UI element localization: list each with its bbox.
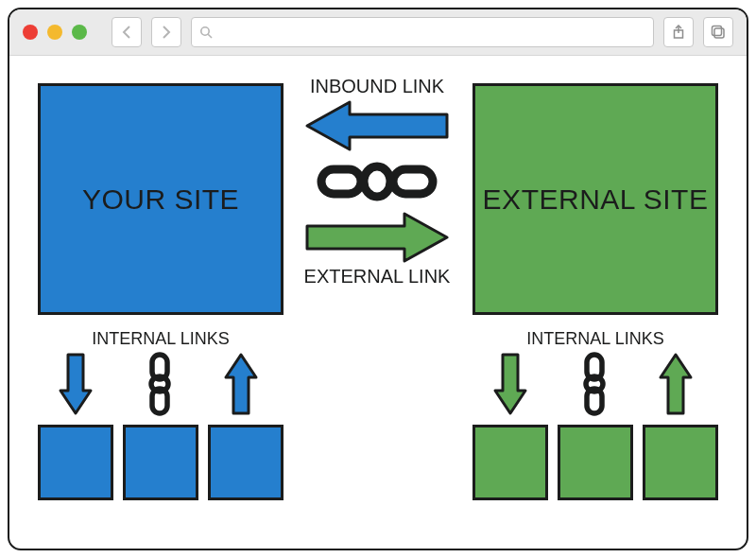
svg-rect-5 [713, 26, 722, 36]
share-button[interactable] [663, 17, 694, 47]
your-site-subpage-box [208, 425, 284, 500]
inbound-link-label: INBOUND LINK [298, 76, 456, 97]
chain-small-icon [578, 351, 610, 417]
tabs-button[interactable] [703, 17, 733, 47]
browser-window: YOUR SITE EXTERNAL SITE INBOUND LINK [8, 8, 748, 550]
address-bar[interactable] [191, 17, 654, 47]
external-site-box: EXTERNAL SITE [472, 83, 718, 315]
your-site-subpage-box [38, 425, 113, 500]
external-site-subpage-box [558, 425, 633, 500]
back-button[interactable] [112, 17, 142, 47]
external-site-internal-group: INTERNAL LINKS [472, 329, 718, 500]
svg-marker-6 [307, 102, 447, 149]
svg-point-19 [586, 376, 603, 392]
minimize-icon[interactable] [47, 25, 62, 40]
link-arrows-group: INBOUND LINK EXTERNAL LINK [298, 76, 456, 288]
zoom-icon[interactable] [72, 25, 87, 40]
chain-icon [316, 158, 438, 205]
svg-rect-4 [714, 28, 724, 38]
your-site-subpage-box [123, 425, 198, 500]
svg-rect-8 [393, 169, 433, 194]
svg-line-1 [208, 34, 212, 38]
titlebar [9, 9, 747, 56]
external-site-subpage-box [472, 425, 548, 500]
svg-rect-7 [321, 169, 361, 194]
svg-marker-11 [60, 355, 91, 413]
chevron-left-icon [121, 26, 132, 39]
svg-marker-20 [661, 355, 691, 413]
inbound-arrow-icon [298, 97, 456, 154]
external-site-label: EXTERNAL SITE [483, 183, 709, 216]
arrow-up-icon [222, 351, 260, 417]
arrow-down-icon [491, 351, 529, 417]
tabs-icon [711, 25, 726, 40]
external-site-subpage-box [643, 425, 718, 500]
external-link-label: EXTERNAL LINK [298, 266, 456, 288]
svg-point-14 [151, 376, 168, 392]
search-icon [199, 26, 213, 39]
arrow-up-icon [657, 351, 695, 417]
diagram-canvas: YOUR SITE EXTERNAL SITE INBOUND LINK [9, 55, 747, 549]
external-arrow-icon [298, 209, 456, 266]
svg-point-9 [364, 166, 390, 197]
internal-links-label-right: INTERNAL LINKS [472, 329, 718, 349]
arrow-down-icon [57, 351, 94, 417]
forward-button[interactable] [151, 17, 181, 47]
svg-marker-15 [226, 355, 256, 413]
chain-small-icon [144, 351, 176, 417]
svg-marker-10 [307, 214, 447, 261]
close-icon[interactable] [23, 25, 38, 40]
svg-marker-16 [495, 355, 525, 413]
share-icon [672, 25, 685, 40]
chevron-right-icon [161, 26, 172, 39]
svg-point-0 [201, 27, 209, 35]
your-site-box: YOUR SITE [38, 83, 284, 315]
your-site-internal-group: INTERNAL LINKS [38, 329, 284, 500]
internal-links-label-left: INTERNAL LINKS [38, 329, 284, 349]
your-site-label: YOUR SITE [82, 183, 239, 216]
